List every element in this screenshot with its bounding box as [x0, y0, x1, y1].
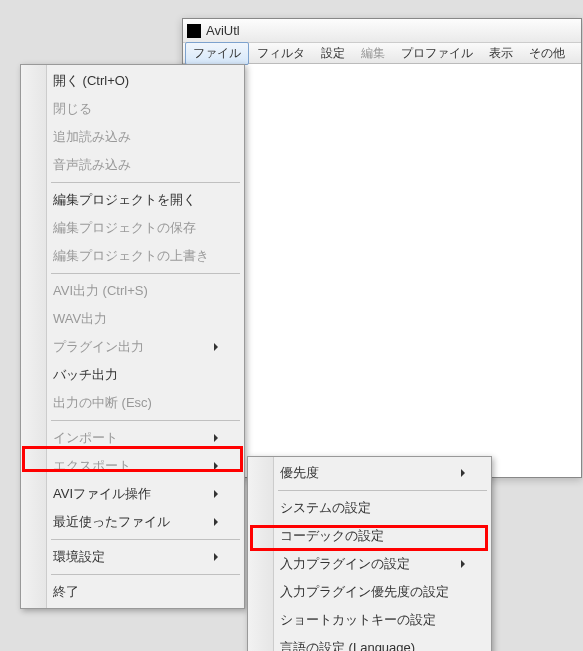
menu-import[interactable]: インポート [23, 424, 242, 452]
menu-batchout[interactable]: バッチ出力 [23, 361, 242, 389]
separator [278, 490, 487, 491]
menu-envsettings[interactable]: 環境設定 [23, 543, 242, 571]
submenu-system[interactable]: システムの設定 [250, 494, 489, 522]
menu-wavout[interactable]: WAV出力 [23, 305, 242, 333]
submenu-language[interactable]: 言語の設定 (Language) [250, 634, 489, 651]
chevron-right-icon [214, 343, 218, 351]
separator [51, 273, 240, 274]
menu-exit[interactable]: 終了 [23, 578, 242, 606]
chevron-right-icon [214, 490, 218, 498]
menu-view[interactable]: 表示 [481, 42, 521, 65]
menu-pluginout[interactable]: プラグイン出力 [23, 333, 242, 361]
titlebar[interactable]: AviUtl [183, 19, 581, 43]
menubar: ファイル フィルタ 設定 編集 プロファイル 表示 その他 [183, 43, 581, 64]
submenu-shortcut[interactable]: ショートカットキーの設定 [250, 606, 489, 634]
menu-avifile[interactable]: AVIファイル操作 [23, 480, 242, 508]
submenu-codec[interactable]: コーデックの設定 [250, 522, 489, 550]
menu-edit[interactable]: 編集 [353, 42, 393, 65]
chevron-right-icon [214, 518, 218, 526]
chevron-right-icon [214, 553, 218, 561]
separator [51, 574, 240, 575]
chevron-right-icon [214, 462, 218, 470]
menu-other[interactable]: その他 [521, 42, 573, 65]
menu-open[interactable]: 開く (Ctrl+O) [23, 67, 242, 95]
separator [51, 420, 240, 421]
menu-recent[interactable]: 最近使ったファイル [23, 508, 242, 536]
menu-file[interactable]: ファイル [185, 42, 249, 65]
chevron-right-icon [214, 434, 218, 442]
chevron-right-icon [461, 469, 465, 477]
menu-abort[interactable]: 出力の中断 (Esc) [23, 389, 242, 417]
menu-aviout[interactable]: AVI出力 (Ctrl+S) [23, 277, 242, 305]
submenu-inputplugin[interactable]: 入力プラグインの設定 [250, 550, 489, 578]
separator [51, 539, 240, 540]
separator [51, 182, 240, 183]
menu-projopen[interactable]: 編集プロジェクトを開く [23, 186, 242, 214]
menu-export[interactable]: エクスポート [23, 452, 242, 480]
app-icon [187, 24, 201, 38]
menu-profile[interactable]: プロファイル [393, 42, 481, 65]
menu-projsave[interactable]: 編集プロジェクトの保存 [23, 214, 242, 242]
app-title: AviUtl [206, 23, 240, 38]
menu-projoverwrite[interactable]: 編集プロジェクトの上書き [23, 242, 242, 270]
chevron-right-icon [461, 560, 465, 568]
envsettings-submenu: 優先度 システムの設定 コーデックの設定 入力プラグインの設定 入力プラグイン優… [247, 456, 492, 651]
submenu-inputpriority[interactable]: 入力プラグイン優先度の設定 [250, 578, 489, 606]
menu-settings[interactable]: 設定 [313, 42, 353, 65]
menu-close[interactable]: 閉じる [23, 95, 242, 123]
menu-audioload[interactable]: 音声読み込み [23, 151, 242, 179]
submenu-priority[interactable]: 優先度 [250, 459, 489, 487]
file-dropdown: 開く (Ctrl+O) 閉じる 追加読み込み 音声読み込み 編集プロジェクトを開… [20, 64, 245, 609]
menu-filter[interactable]: フィルタ [249, 42, 313, 65]
menu-addload[interactable]: 追加読み込み [23, 123, 242, 151]
